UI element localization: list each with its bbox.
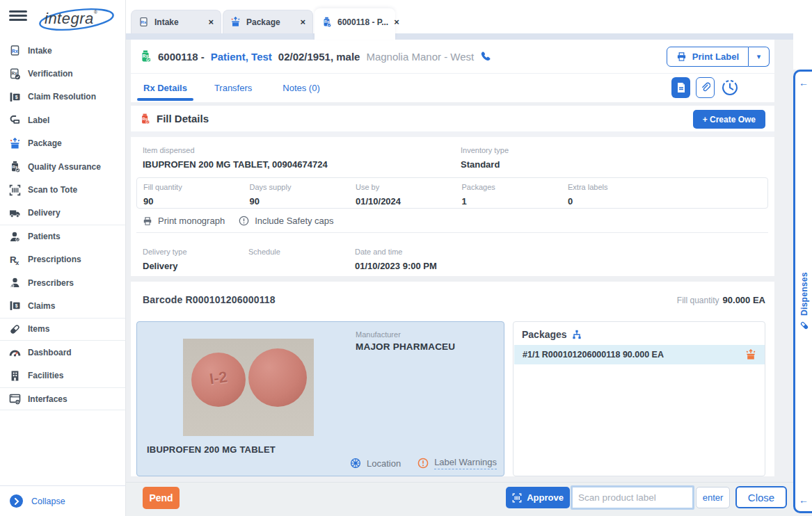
- sidebar-item-facilities[interactable]: Facilities: [0, 364, 125, 387]
- window-tab-package[interactable]: Package ×: [223, 10, 313, 33]
- label-warnings-link[interactable]: Label Warnings: [417, 457, 497, 469]
- hamburger-menu-icon[interactable]: [9, 10, 27, 22]
- exclamation-circle-icon: [239, 216, 249, 226]
- sidebar-item-verification[interactable]: Rx Verification: [0, 62, 125, 85]
- location-link[interactable]: Location: [350, 458, 401, 469]
- sidebar-item-label: Prescribers: [28, 278, 74, 288]
- paperclip-attachment-icon[interactable]: [696, 77, 715, 98]
- sidebar-item-items[interactable]: Items: [0, 318, 125, 341]
- gauge-icon: [9, 346, 21, 358]
- tab-rx-details[interactable]: Rx Details: [143, 83, 187, 93]
- item-dispensed-field: Item dispensed IBUPROFEN 200 MG TABLET, …: [143, 146, 328, 170]
- sidebar-item-prescribers[interactable]: Prescribers: [0, 271, 125, 294]
- date-time-field: Date and time 01/10/2023 9:00 PM: [355, 248, 437, 271]
- history-clock-icon[interactable]: [720, 77, 739, 98]
- include-safety-caps-option[interactable]: Include Safety caps: [239, 216, 333, 226]
- scan-product-label-input[interactable]: [571, 485, 694, 510]
- patient-name-link[interactable]: Patient, Test: [211, 51, 272, 63]
- svg-text:Rx: Rx: [141, 19, 147, 24]
- days-supply-field: Days supply 90: [250, 183, 356, 208]
- detail-tabs-row: Rx Details Transfers Notes (0): [131, 74, 774, 102]
- label-maker-icon: [9, 114, 21, 126]
- print-label-button[interactable]: Print Label: [667, 47, 749, 67]
- svg-text:Rx: Rx: [12, 49, 18, 54]
- tablet-image: [248, 348, 307, 407]
- barcode-scan-icon: [9, 184, 21, 196]
- sidebar-item-label: Intake: [28, 46, 52, 56]
- product-links: Location Label Warnings: [350, 457, 497, 469]
- dispenses-drawer-tab[interactable]: Dispenses: [796, 261, 812, 330]
- field-value: 90: [250, 196, 356, 207]
- window-tab-bar: Rx Intake × Package × Rx 6000118 - P... …: [126, 0, 812, 33]
- rx-document-icon: Rx: [9, 45, 21, 56]
- expand-drawer-arrow-icon[interactable]: ←: [799, 77, 809, 88]
- print-label-split-button[interactable]: Print Label ▾: [667, 47, 770, 67]
- sidebar-item-label[interactable]: Label: [0, 108, 125, 131]
- sidebar-item-quality-assurance[interactable]: Rx Quality Assurance: [0, 155, 125, 178]
- sidebar-item-label: Claims: [28, 301, 55, 311]
- sidebar-item-package[interactable]: Package: [0, 132, 125, 155]
- sidebar-item-label: Package: [28, 138, 62, 148]
- action-footer: Pend Approve enter Close: [126, 482, 793, 516]
- tab-label: Package: [246, 17, 280, 27]
- sidebar-item-claims[interactable]: $ Claims: [0, 294, 125, 317]
- sidebar-item-intake[interactable]: Rx Intake: [0, 39, 125, 62]
- field-value: Delivery: [143, 261, 187, 271]
- sidebar-item-dashboard[interactable]: Dashboard: [0, 341, 125, 364]
- close-tab-icon[interactable]: ×: [300, 17, 305, 26]
- approve-button[interactable]: Approve: [506, 487, 570, 508]
- close-tab-icon[interactable]: ×: [394, 17, 399, 26]
- sidebar-item-patients[interactable]: Patients: [0, 225, 125, 248]
- sidebar-item-claim-resolution[interactable]: $ Claim Resolution: [0, 86, 125, 108]
- fill-details-title: Fill Details: [157, 113, 209, 124]
- sidebar-item-label: Scan to Tote: [28, 185, 77, 195]
- option-label: Print monograph: [158, 216, 225, 226]
- package-row[interactable]: #1/1 R000101206000118 90.000 EA: [514, 345, 765, 364]
- extra-labels-field: Extra labels 0: [568, 183, 674, 208]
- sidebar-item-delivery[interactable]: Delivery: [0, 202, 125, 225]
- package-box-icon: [230, 17, 241, 27]
- field-label: Packages: [462, 183, 568, 191]
- sidebar-item-label: Prescriptions: [28, 255, 81, 264]
- sidebar-item-interfaces[interactable]: Interfaces: [0, 387, 125, 410]
- claim-dollar-icon: $: [9, 300, 21, 312]
- package-orange-icon[interactable]: [745, 349, 756, 360]
- close-tab-icon[interactable]: ×: [208, 17, 214, 26]
- split-hierarchy-icon[interactable]: [572, 330, 582, 339]
- pend-button[interactable]: Pend: [143, 487, 180, 509]
- window-tab-intake[interactable]: Rx Intake ×: [131, 10, 221, 33]
- sidebar-item-label: Facilities: [28, 371, 63, 380]
- field-label: Days supply: [250, 183, 356, 191]
- sidebar-item-label: Claim Resolution: [28, 92, 96, 102]
- window-gear-icon: [9, 393, 21, 405]
- sidebar-item-prescriptions[interactable]: Rx Prescriptions: [0, 248, 125, 271]
- expand-drawer-arrow-icon[interactable]: ←: [799, 494, 809, 506]
- patient-header-row: Rx 6000118 - Patient, Test 02/02/1951, m…: [131, 40, 774, 74]
- option-label: Include Safety caps: [255, 216, 333, 226]
- app-window: integra® Rx Intake Rx Verification $ Cla…: [0, 0, 812, 516]
- create-owe-button[interactable]: + Create Owe: [693, 110, 765, 129]
- document-icon[interactable]: [671, 77, 690, 98]
- field-value: 01/10/2024: [356, 196, 462, 207]
- sidebar-item-scan-to-tote[interactable]: Scan to Tote: [0, 178, 125, 201]
- field-value: 1: [462, 196, 568, 207]
- logo-text: integra®: [45, 10, 97, 28]
- pill-imprint-text: I-2: [191, 366, 247, 392]
- svg-text:$: $: [15, 304, 18, 309]
- dispenses-drawer[interactable]: ← Dispenses ←: [793, 70, 812, 513]
- print-label-dropdown-button[interactable]: ▾: [749, 47, 770, 67]
- enter-button[interactable]: enter: [696, 487, 730, 508]
- window-tab-6000118[interactable]: Rx 6000118 - P... ×: [315, 8, 395, 40]
- print-monograph-option[interactable]: Print monograph: [143, 216, 225, 226]
- warning-circle-icon: [417, 458, 429, 469]
- phone-icon[interactable]: [480, 51, 491, 62]
- field-label: Extra labels: [568, 183, 674, 191]
- collapse-sidebar-button[interactable]: Collapse: [0, 485, 125, 508]
- print-options-row: Print monograph Include Safety caps: [143, 216, 334, 226]
- close-button[interactable]: Close: [735, 486, 787, 508]
- rx-check-icon: Rx: [9, 68, 21, 80]
- tab-notes[interactable]: Notes (0): [282, 83, 319, 93]
- tab-transfers[interactable]: Transfers: [214, 83, 252, 93]
- sidebar: integra® Rx Intake Rx Verification $ Cla…: [0, 0, 126, 516]
- field-value: 01/10/2023 9:00 PM: [355, 261, 437, 271]
